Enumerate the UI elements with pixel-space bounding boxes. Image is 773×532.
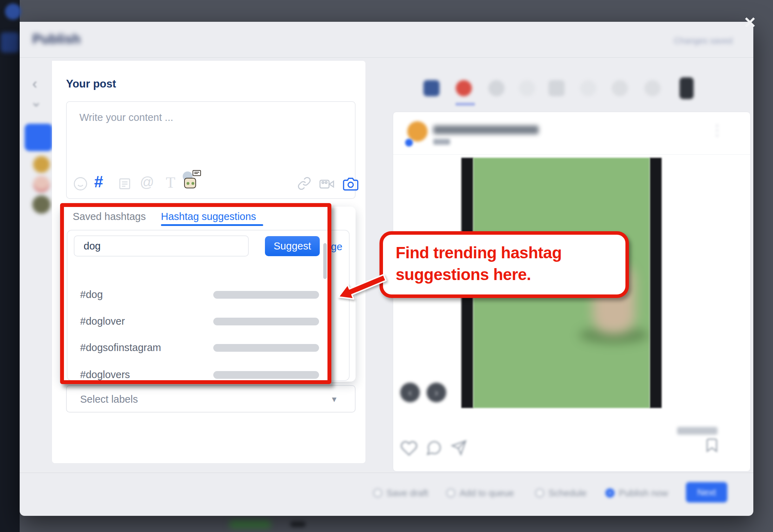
account-avatar[interactable] [33, 156, 50, 173]
trend-bar [213, 291, 319, 299]
hashtag-search-input[interactable] [74, 235, 249, 257]
annotation-callout: Find trending hashtag suggestions here. [379, 231, 629, 298]
header-divider [20, 57, 753, 58]
selected-network-button[interactable] [25, 124, 53, 151]
network-icon[interactable] [612, 80, 628, 96]
content-textarea[interactable]: Write your content ... # @ T [66, 101, 356, 199]
background-blob [290, 521, 306, 527]
selected-network-underline [455, 103, 475, 106]
hashtag-row[interactable]: #doglovers [74, 368, 350, 381]
network-icon[interactable] [519, 80, 535, 96]
callout-text-line1: Find trending hashtag [396, 243, 561, 262]
radio-schedule[interactable] [535, 488, 544, 498]
close-icon[interactable]: × [744, 11, 756, 33]
background-blob [229, 520, 271, 528]
tab-saved-hashtags[interactable]: Saved hashtags [73, 211, 146, 222]
preview-divider [393, 154, 750, 155]
radio-label[interactable]: Publish now [619, 488, 668, 499]
bookmark-icon[interactable] [704, 436, 720, 456]
avatar [407, 121, 428, 142]
chevron-down-icon: ▼ [330, 395, 338, 404]
trend-bar [213, 318, 319, 325]
tab-hashtag-suggestions[interactable]: Hashtag suggestions [161, 211, 256, 222]
carousel-prev-button[interactable]: ‹ [400, 383, 420, 402]
photo-icon[interactable] [343, 176, 358, 193]
likes-count-blurred [677, 427, 717, 435]
labels-select[interactable]: Select labels ▼ [66, 385, 356, 413]
image-letterbox [650, 158, 662, 408]
carousel-next-button[interactable]: › [427, 383, 446, 402]
hashtag-icon[interactable]: # [94, 172, 103, 191]
network-badge-icon [405, 139, 413, 147]
account-avatar[interactable] [33, 176, 50, 193]
mention-icon[interactable]: @ [140, 174, 154, 190]
network-icon[interactable] [580, 80, 596, 96]
network-icon[interactable] [488, 80, 505, 96]
account-name-blurred [433, 125, 539, 134]
network-icon-instagram[interactable] [456, 80, 472, 96]
comment-icon[interactable] [426, 440, 442, 458]
radio-label[interactable]: Add to queue [460, 488, 514, 499]
ai-assistant-icon[interactable] [183, 170, 202, 190]
hashtag-label: #dogsofinstagram [80, 342, 161, 353]
network-icon-selected[interactable] [680, 77, 694, 99]
active-tab-underline [161, 224, 263, 226]
post-meta-blurred [433, 139, 450, 145]
hashtag-popup: Saved hashtags Hashtag suggestions Sugge… [60, 207, 356, 382]
section-title: Your post [66, 78, 116, 90]
network-icon[interactable] [644, 80, 661, 96]
network-icon[interactable] [548, 80, 565, 96]
saved-captions-icon[interactable] [117, 176, 132, 193]
partially-hidden-link: ge [331, 241, 342, 253]
hashtag-row[interactable]: #doglover [74, 315, 350, 329]
link-icon[interactable] [297, 176, 311, 192]
suggestions-panel: Suggest ge #dog #doglover #dogsofinstagr… [67, 230, 350, 381]
rail-active-item [1, 32, 19, 53]
footer-divider [20, 473, 753, 473]
hashtag-label: #dog [80, 289, 103, 300]
labels-placeholder: Select labels [80, 394, 138, 405]
scrollbar-thumb[interactable] [323, 243, 327, 279]
suggest-button[interactable]: Suggest [265, 236, 320, 256]
callout-text-line2: suggestions here. [396, 265, 531, 284]
app-logo [5, 4, 21, 20]
chevron-down-icon[interactable]: ⌄ [30, 93, 42, 110]
radio-label[interactable]: Schedule [548, 488, 586, 499]
network-icon-facebook[interactable] [423, 80, 440, 96]
trend-bar [213, 344, 319, 352]
radio-publish-now[interactable] [605, 488, 615, 498]
video-icon[interactable] [319, 176, 334, 193]
emoji-icon[interactable] [73, 176, 88, 193]
modal-title: Publish [32, 32, 80, 47]
like-icon[interactable] [400, 440, 418, 459]
radio-label[interactable]: Save draft [386, 488, 428, 499]
app-left-rail [0, 0, 20, 532]
hashtag-label: #doglovers [80, 369, 130, 381]
radio-save-draft[interactable] [373, 488, 382, 498]
collapse-back-icon[interactable]: ‹ [32, 75, 37, 92]
radio-add-to-queue[interactable] [446, 488, 455, 498]
autosave-status: Changes saved [674, 36, 733, 46]
account-avatar[interactable] [32, 195, 51, 214]
trend-bar [213, 371, 319, 379]
next-button[interactable]: Next [686, 482, 727, 502]
kebab-menu-icon[interactable]: ⋮ [710, 122, 724, 138]
hashtag-label: #doglover [80, 316, 125, 327]
hashtag-row[interactable]: #dog [74, 288, 350, 302]
hashtag-row[interactable]: #dogsofinstagram [74, 341, 350, 355]
text-format-icon[interactable]: T [166, 174, 175, 192]
share-icon[interactable] [451, 440, 467, 457]
content-placeholder: Write your content ... [79, 112, 173, 123]
